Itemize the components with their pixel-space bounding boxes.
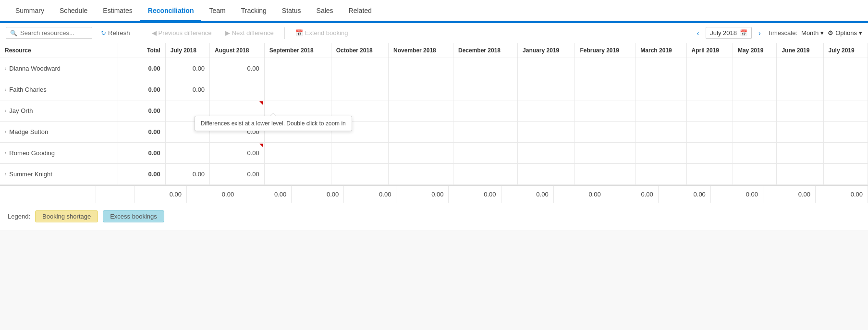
footer-totals-cells: 0.000.000.000.000.000.000.000.000.000.00…: [134, 186, 868, 203]
cell-feb2019: [575, 143, 636, 164]
cell-aug2018: 0.00: [210, 164, 265, 185]
separator-2: [284, 27, 285, 39]
tab-team[interactable]: Team: [201, 0, 233, 21]
date-next-button[interactable]: ›: [756, 28, 764, 38]
tab-sales[interactable]: Sales: [309, 0, 341, 21]
cell-mar2019: [636, 164, 686, 185]
col-header-aug2018: August 2018: [210, 43, 265, 58]
cell-mar2019: [636, 79, 686, 100]
expand-icon: ›: [5, 150, 6, 156]
footer-total-main: [96, 186, 134, 203]
table-row[interactable]: ›Summer Knight0.000.000.00: [0, 164, 868, 185]
timescale-dropdown[interactable]: Month ▾: [801, 29, 824, 37]
cell-may2019: [733, 143, 776, 164]
search-box[interactable]: 🔍: [6, 27, 92, 39]
tab-reconciliation[interactable]: Reconciliation: [140, 0, 202, 21]
col-header-jul2018: July 2018: [165, 43, 209, 58]
cell-mar2019: [636, 100, 686, 122]
footer-total-cell: 0.00: [606, 186, 659, 203]
header-row: Resource Total July 2018 August 2018 Sep…: [0, 43, 868, 58]
toolbar-right: ‹ July 2018 📅 › Timescale: Month ▾ ⚙ Opt…: [694, 27, 862, 39]
cell-jun2019: [777, 58, 823, 79]
cell-oct2018: [331, 79, 388, 100]
footer-total-cell: 0.00: [134, 186, 187, 203]
cell-may2019: [733, 79, 776, 100]
cell-jun2019: [777, 122, 823, 143]
footer-label: [0, 186, 96, 203]
cell-jul2018[interactable]: Differences exist at a lower level. Doub…: [165, 100, 209, 122]
resource-name-cell[interactable]: ›Jay Orth: [0, 100, 118, 122]
expand-icon: ›: [5, 66, 6, 71]
tab-summary[interactable]: Summary: [8, 0, 52, 21]
footer-total-cell: 0.00: [187, 186, 239, 203]
footer-total-cell: 0.00: [292, 186, 344, 203]
difference-tooltip: Differences exist at a lower level. Doub…: [195, 116, 352, 131]
cell-jul2018: [165, 143, 209, 164]
cell-apr2019: [686, 100, 733, 122]
calendar-picker-icon: 📅: [740, 29, 747, 37]
cell-jun2019: [777, 164, 823, 185]
cell-nov2018: [389, 143, 453, 164]
cell-aug2018: 0.00: [210, 143, 265, 164]
cell-jul2019: [823, 164, 868, 185]
resource-name-cell[interactable]: ›Summer Knight: [0, 164, 118, 185]
cell-sep2018: [264, 143, 331, 164]
options-chevron-icon: ▾: [859, 29, 862, 37]
tab-estimates[interactable]: Estimates: [95, 0, 140, 21]
cell-nov2018: [389, 79, 453, 100]
resource-name-cell[interactable]: ›Dianna Woodward: [0, 58, 118, 79]
cell-jul2018: 0.00: [165, 58, 209, 79]
cell-jul2019: [823, 58, 868, 79]
separator-1: [141, 27, 141, 39]
col-header-jan2019: January 2019: [518, 43, 575, 58]
cell-oct2018: [331, 58, 388, 79]
legend-shortage-item: Booking shortage: [35, 210, 98, 222]
refresh-button[interactable]: ↻ Refresh: [96, 27, 135, 38]
tab-tracking[interactable]: Tracking: [233, 0, 274, 21]
resource-name-cell[interactable]: ›Faith Charles: [0, 79, 118, 100]
date-prev-button[interactable]: ‹: [694, 28, 702, 38]
expand-icon: ›: [5, 108, 6, 113]
search-input[interactable]: [20, 29, 87, 37]
legend-label: Legend:: [8, 213, 30, 220]
cell-apr2019: [686, 58, 733, 79]
prev-arrow-icon: ◀: [152, 29, 157, 37]
table-row[interactable]: ›Dianna Woodward0.000.000.00: [0, 58, 868, 79]
prev-difference-button[interactable]: ◀ Previous difference: [147, 27, 217, 38]
tab-schedule[interactable]: Schedule: [52, 0, 95, 21]
col-header-may2019: May 2019: [733, 43, 776, 58]
cell-jul2019: [823, 100, 868, 122]
cell-sep2018: [264, 164, 331, 185]
footer-total-cell: 0.00: [763, 186, 816, 203]
cell-apr2019: [686, 122, 733, 143]
resource-name-cell[interactable]: ›Romeo Gooding: [0, 143, 118, 164]
footer-total-cell: 0.00: [396, 186, 449, 203]
col-header-jun2019: June 2019: [777, 43, 823, 58]
cell-jan2019: [518, 79, 575, 100]
table-row[interactable]: ›Madge Sutton0.000.00: [0, 122, 868, 143]
col-header-feb2019: February 2019: [575, 43, 636, 58]
cell-mar2019: [636, 143, 686, 164]
cell-jul2018: 0.00: [165, 164, 209, 185]
footer-total-cell: 0.00: [449, 186, 501, 203]
cell-jan2019: [518, 58, 575, 79]
tab-related[interactable]: Related: [341, 0, 379, 21]
table-row[interactable]: ›Romeo Gooding0.000.00: [0, 143, 868, 164]
cell-jun2019: [777, 100, 823, 122]
cell-nov2018: [389, 100, 453, 122]
tab-status[interactable]: Status: [274, 0, 309, 21]
options-button[interactable]: ⚙ Options ▾: [828, 29, 862, 37]
top-nav: Summary Schedule Estimates Reconciliatio…: [0, 0, 868, 21]
toolbar: 🔍 ↻ Refresh ◀ Previous difference ▶ Next…: [0, 23, 868, 43]
cell-dec2018: [453, 58, 517, 79]
timescale-chevron-icon: ▾: [820, 29, 824, 37]
cell-sep2018: [264, 79, 331, 100]
extend-booking-button[interactable]: 📅 Extend booking: [291, 27, 353, 38]
table-row[interactable]: ›Jay Orth0.00Differences exist at a lowe…: [0, 100, 868, 122]
cell-apr2019: [686, 79, 733, 100]
next-difference-button[interactable]: ▶ Next difference: [220, 27, 279, 38]
resource-name-cell[interactable]: ›Madge Sutton: [0, 122, 118, 143]
cell-nov2018: [389, 164, 453, 185]
table-row[interactable]: ›Faith Charles0.000.00: [0, 79, 868, 100]
date-picker[interactable]: July 2018 📅: [706, 27, 752, 39]
